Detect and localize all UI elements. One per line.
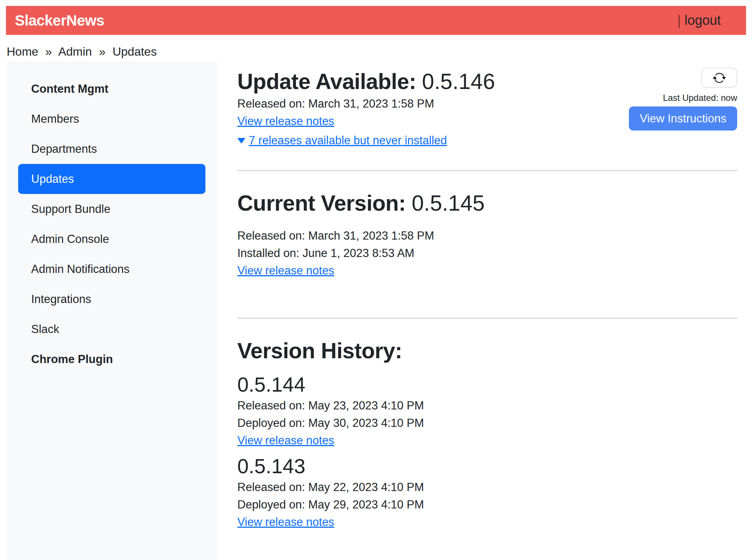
caret-down-icon — [237, 138, 245, 144]
logout-link[interactable]: logout — [685, 13, 721, 28]
releases-never-installed-link[interactable]: 7 releases available but never installed — [249, 134, 447, 147]
current-version-heading: Current Version: 0.5.145 — [237, 190, 737, 217]
breadcrumb-separator: » — [45, 45, 52, 58]
sidebar-item-chrome-plugin[interactable]: Chrome Plugin — [18, 344, 205, 374]
current-version-label: Current Version: — [237, 191, 406, 215]
current-release-notes-link[interactable]: View release notes — [237, 264, 334, 277]
admin-sidebar: Content Mgmt Members Departments Updates… — [7, 61, 217, 560]
sidebar-item-members[interactable]: Members — [18, 104, 205, 134]
current-installed-on: Installed on: June 1, 2023 8:53 AM — [237, 244, 737, 262]
history-version-number: 0.5.144 — [237, 372, 737, 397]
version-history-entry: 0.5.143 Released on: May 22, 2023 4:10 P… — [237, 454, 737, 533]
sidebar-item-updates[interactable]: Updates — [18, 164, 205, 194]
breadcrumb: Home » Admin » Updates — [7, 45, 157, 59]
history-version-number: 0.5.143 — [237, 454, 737, 478]
update-available-version: 0.5.146 — [422, 69, 495, 94]
history-deployed-on: Deployed on: May 29, 2023 4:10 PM — [237, 496, 737, 513]
last-updated-text: Last Updated: now — [663, 93, 737, 103]
section-divider — [237, 318, 737, 319]
sidebar-item-departments[interactable]: Departments — [18, 134, 205, 164]
logout-area: | logout — [677, 13, 721, 28]
history-released-on: Released on: May 23, 2023 4:10 PM — [237, 397, 737, 414]
app-header: SlackerNews | logout — [6, 6, 746, 35]
history-release-notes-link[interactable]: View release notes — [237, 434, 334, 447]
update-controls: Last Updated: now View Instructions — [629, 67, 737, 131]
sidebar-item-integrations[interactable]: Integrations — [18, 284, 205, 314]
section-divider — [237, 170, 737, 171]
history-release-notes-link[interactable]: View release notes — [237, 515, 334, 528]
current-released-on: Released on: March 31, 2023 1:58 PM — [237, 227, 737, 244]
current-version-number: 0.5.145 — [412, 191, 485, 215]
breadcrumb-admin[interactable]: Admin — [58, 45, 92, 58]
refresh-button[interactable] — [701, 67, 737, 88]
breadcrumb-home[interactable]: Home — [7, 45, 38, 58]
logout-separator: | — [677, 13, 681, 28]
breadcrumb-updates[interactable]: Updates — [112, 45, 156, 58]
update-available-label: Update Available: — [237, 69, 416, 94]
sidebar-item-support-bundle[interactable]: Support Bundle — [18, 194, 205, 224]
sidebar-item-admin-console[interactable]: Admin Console — [18, 224, 205, 254]
version-history-entry: 0.5.144 Released on: May 23, 2023 4:10 P… — [237, 372, 737, 451]
sidebar-item-content-mgmt[interactable]: Content Mgmt — [18, 74, 205, 104]
sidebar-item-slack[interactable]: Slack — [18, 314, 205, 344]
update-release-notes-link[interactable]: View release notes — [237, 115, 334, 128]
sidebar-item-admin-notifications[interactable]: Admin Notifications — [18, 254, 205, 284]
history-released-on: Released on: May 22, 2023 4:10 PM — [237, 478, 737, 496]
breadcrumb-separator: » — [99, 45, 106, 58]
refresh-icon — [713, 71, 726, 85]
history-deployed-on: Deployed on: May 30, 2023 4:10 PM — [237, 414, 737, 432]
brand-title[interactable]: SlackerNews — [15, 12, 104, 29]
view-instructions-button[interactable]: View Instructions — [629, 106, 737, 131]
version-history-heading: Version History: — [237, 338, 737, 364]
main-content: Last Updated: now View Instructions Upda… — [237, 61, 737, 533]
